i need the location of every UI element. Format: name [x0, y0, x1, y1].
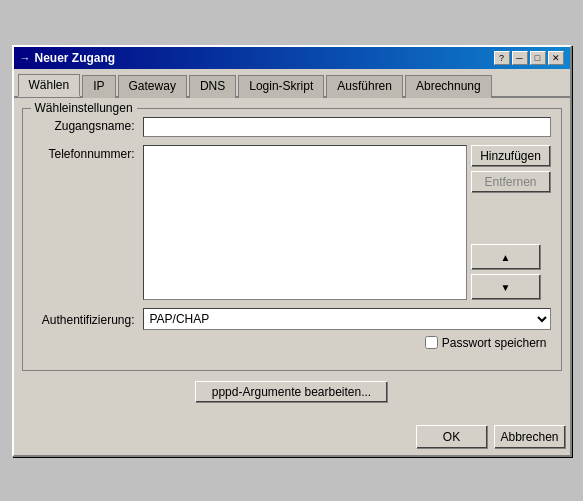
- spacer: [471, 197, 551, 236]
- telefonnummer-list-wrapper: [143, 145, 467, 300]
- group-box-wahleinstellungen: Wähleinstellungen Zugangsname: Telefonnu…: [22, 108, 562, 371]
- down-arrow-icon: [501, 280, 511, 294]
- tab-ip[interactable]: IP: [82, 75, 115, 98]
- hinzufuegen-button[interactable]: Hinzufügen: [471, 145, 551, 167]
- tab-gateway[interactable]: Gateway: [118, 75, 187, 98]
- main-window: → Neuer Zugang ? ─ □ ✕ Wählen IP Gateway…: [12, 45, 572, 457]
- authentifizierung-control: PAP/CHAP PAP CHAP NONE: [143, 308, 551, 330]
- tab-ausfuehren[interactable]: Ausführen: [326, 75, 403, 98]
- telefonnummer-label: Telefonnummer:: [33, 145, 143, 161]
- tab-content: Wähleinstellungen Zugangsname: Telefonnu…: [14, 98, 570, 421]
- authentifizierung-label: Authentifizierung:: [33, 311, 143, 327]
- telefonnummer-row: Telefonnummer: Hinzufügen Entfernen: [33, 145, 551, 300]
- move-down-button[interactable]: [471, 274, 541, 300]
- tab-dns[interactable]: DNS: [189, 75, 236, 98]
- zugangsname-row: Zugangsname:: [33, 117, 551, 137]
- telefonnummer-area: Hinzufügen Entfernen: [143, 145, 551, 300]
- passwort-row: Passwort speichern: [33, 336, 551, 350]
- zugangsname-label: Zugangsname:: [33, 117, 143, 133]
- window-icon: →: [20, 52, 31, 64]
- tab-bar: Wählen IP Gateway DNS Login-Skript Ausfü…: [14, 69, 570, 98]
- title-bar-buttons: ? ─ □ ✕: [494, 51, 564, 65]
- minimize-button[interactable]: ─: [512, 51, 528, 65]
- help-button[interactable]: ?: [494, 51, 510, 65]
- passwort-label: Passwort speichern: [442, 336, 547, 350]
- ok-button[interactable]: OK: [416, 425, 488, 449]
- close-button[interactable]: ✕: [548, 51, 564, 65]
- zugangsname-input[interactable]: [143, 117, 551, 137]
- window-title: Neuer Zugang: [35, 51, 116, 65]
- entfernen-button[interactable]: Entfernen: [471, 171, 551, 193]
- abbrechen-button[interactable]: Abbrechen: [494, 425, 566, 449]
- zugangsname-control: [143, 117, 551, 137]
- move-up-button[interactable]: [471, 244, 541, 270]
- up-arrow-icon: [501, 250, 511, 264]
- group-title: Wähleinstellungen: [31, 101, 137, 115]
- pppd-row: pppd-Argumente bearbeiten...: [22, 381, 562, 403]
- title-bar-left: → Neuer Zugang: [20, 51, 116, 65]
- passwort-checkbox[interactable]: [425, 336, 438, 349]
- authentifizierung-row: Authentifizierung: PAP/CHAP PAP CHAP NON…: [33, 308, 551, 330]
- tab-waehlen[interactable]: Wählen: [18, 74, 81, 97]
- telefon-buttons: Hinzufügen Entfernen: [471, 145, 551, 300]
- title-bar: → Neuer Zugang ? ─ □ ✕: [14, 47, 570, 69]
- pppd-button[interactable]: pppd-Argumente bearbeiten...: [195, 381, 388, 403]
- maximize-button[interactable]: □: [530, 51, 546, 65]
- tab-abrechnung[interactable]: Abrechnung: [405, 75, 492, 98]
- tab-login-skript[interactable]: Login-Skript: [238, 75, 324, 98]
- telefonnummer-listbox[interactable]: [143, 145, 467, 300]
- action-buttons-row: OK Abbrechen: [14, 421, 570, 455]
- authentifizierung-select[interactable]: PAP/CHAP PAP CHAP NONE: [143, 308, 551, 330]
